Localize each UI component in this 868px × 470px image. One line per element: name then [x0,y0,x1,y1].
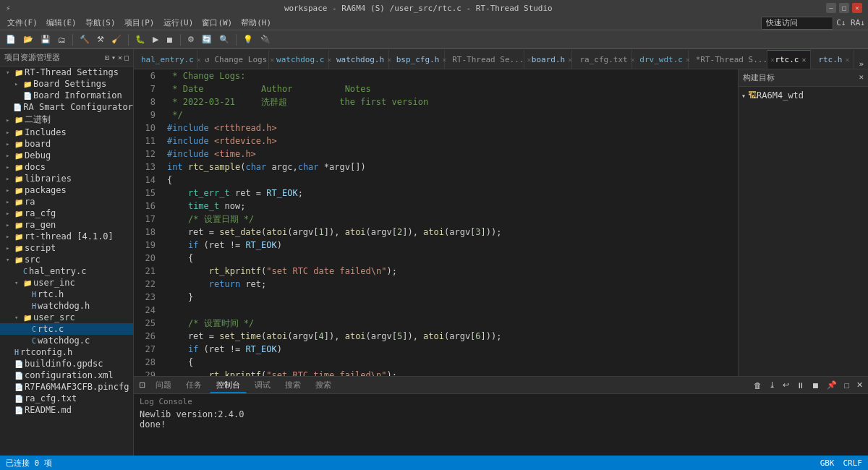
sidebar-item[interactable]: H rtc.h [0,289,133,300]
tab-close-btn[interactable]: ✕ [327,56,331,64]
menu-edit[interactable]: 编辑(E) [42,16,81,30]
sidebar-item[interactable]: ▾ 📁 user_inc [0,277,133,289]
editor-tab[interactable]: drv_wdt.c ✕ [632,50,688,69]
stop-button[interactable]: ⏹ [163,34,176,46]
sidebar-item[interactable]: ▸ 📁 ra_gen [0,219,133,231]
sidebar-item[interactable]: ▸ 📁 ra [0,196,133,208]
sidebar-item[interactable]: ▸ 📁 libraries [0,173,133,184]
sidebar-expand-btn[interactable]: □ [124,54,129,61]
minimize-button[interactable]: — [826,3,836,13]
bottom-tab-debug[interactable]: 调试 [248,377,277,393]
sidebar-item[interactable]: ▸ 📁 script [0,242,133,254]
search-button[interactable]: 🔍 [216,33,232,46]
bottom-tab-search[interactable]: 搜索 [278,377,307,393]
tab-close-btn[interactable]: ✕ [442,56,446,64]
tab-close-btn[interactable]: ✕ [270,56,274,64]
save-all-button[interactable]: 🗂 [55,34,69,46]
sidebar-close-btn[interactable]: ✕ [118,54,122,61]
bottom-tab-console[interactable]: 控制台 [210,377,247,393]
right-tree-item[interactable]: ▾ 🏗 RA6M4_wtd [741,90,865,101]
editor-tab[interactable]: bsp_cfg.h ✕ [389,50,445,69]
build-all-button[interactable]: ⚒ [94,33,107,46]
sidebar-item[interactable]: 📄 R7FA6M4AF3CFB.pincfg [0,381,133,393]
new-button[interactable]: 📄 [3,33,19,46]
sidebar-item[interactable]: 📄 Board Information [0,90,133,101]
sidebar-item[interactable]: H watchdog.h [0,300,133,312]
editor-tab[interactable]: ra_cfg.txt ✕ [572,50,632,69]
connect-button[interactable]: 🔌 [258,33,273,46]
run-button[interactable]: ▶ [150,33,161,46]
sidebar-item[interactable]: 📄 buildinfo.gpdsc [0,358,133,369]
editor-tab[interactable]: ↺ Change Logs ✕ [197,50,269,69]
sidebar-item[interactable]: H rtconfig.h [0,346,133,358]
tab-close-btn[interactable]: ✕ [527,56,531,64]
toolbar-icons-right[interactable]: C↓ RA↓ [836,18,865,27]
refresh-button[interactable]: 🔄 [199,33,215,46]
tab-close-btn[interactable]: ✕ [387,56,391,64]
menu-run[interactable]: 运行(U) [159,16,198,30]
editor-tab[interactable]: watchdog.c ✕ [269,50,329,69]
editor-tab[interactable]: RT-Thread Se... ✕ [445,50,524,69]
sidebar-item[interactable]: 📄 README.md [0,404,133,416]
save-button[interactable]: 💾 [38,33,54,46]
bottom-tab-search2[interactable]: 搜索 [309,377,338,393]
settings-button[interactable]: ⚙ [184,33,197,46]
tab-close-btn[interactable]: ✕ [568,56,572,64]
sidebar-item[interactable]: ▸ 📁 ra_cfg [0,208,133,219]
sidebar-item[interactable]: ▾ 📁 RT-Thread Settings [0,67,133,78]
bottom-scroll-btn[interactable]: ⤓ [767,380,778,390]
chip-button[interactable]: 💡 [240,33,256,46]
sidebar-item[interactable]: ▸ 📁 Board Settings [0,78,133,90]
sidebar-item[interactable]: 📄 ra_cfg.txt [0,393,133,404]
sidebar-item[interactable]: ▸ 📁 docs [0,161,133,173]
sidebar-item[interactable]: ▸ 📁 board [0,138,133,150]
sidebar-item[interactable]: ▸ 📁 rt-thread [4.1.0] [0,231,133,242]
bottom-pin-btn[interactable]: 📌 [825,380,839,390]
bottom-tab-tasks[interactable]: 任务 [179,377,208,393]
build-button[interactable]: 🔨 [77,33,93,46]
editor-tab[interactable]: board.h ✕ [524,50,573,69]
sidebar-item[interactable]: ▸ 📁 二进制 [0,113,133,127]
sidebar-item[interactable]: 📄 configuration.xml [0,369,133,381]
tab-close-btn[interactable]: ✕ [802,56,807,64]
sidebar-item[interactable]: ▾ 📁 src [0,254,133,265]
bottom-clear-btn[interactable]: 🗑 [752,380,764,390]
bottom-expand-btn[interactable]: □ [842,380,851,390]
menu-nav[interactable]: 导航(S) [81,16,120,30]
bottom-stop-btn[interactable]: ⏹ [809,380,822,390]
tab-close-btn[interactable]: ✕ [631,56,635,64]
debug-button[interactable]: 🐛 [132,33,148,46]
sidebar-collapse-btn[interactable]: ⊡ [105,54,109,61]
bottom-tab-problems[interactable]: 问题 [149,377,178,393]
editor-tab[interactable]: watchdog.h ✕ [329,50,389,69]
menu-window[interactable]: 窗口(W) [197,16,237,30]
open-button[interactable]: 📂 [20,33,36,46]
maximize-button[interactable]: □ [839,3,849,13]
code-area[interactable]: * Change Logs: * Date Author Notes * 202… [161,69,738,376]
bottom-wrap-btn[interactable]: ↩ [780,380,791,390]
tab-overflow-button[interactable]: » [854,59,868,69]
sidebar-item[interactable]: ▾ 📁 user_src [0,312,133,323]
editor-tab[interactable]: rtc.h ✕ [811,50,854,69]
sidebar-item[interactable]: C hal_entry.c [0,265,133,277]
quick-access-input[interactable] [761,17,833,30]
menu-help[interactable]: 帮助(H) [237,16,276,30]
menu-project[interactable]: 项目(P) [120,16,159,30]
editor-tab[interactable]: *RT-Thread S... ✕ [689,50,768,69]
menu-file[interactable]: 文件(F) [3,16,42,30]
tab-close-btn[interactable]: ✕ [686,56,690,64]
bottom-pause-btn[interactable]: ⏸ [794,380,807,390]
tab-close-btn[interactable]: ✕ [846,56,850,64]
sidebar-item[interactable]: ▸ 📁 packages [0,184,133,196]
sidebar-menu-btn[interactable]: ▾ [111,54,116,61]
tab-close-btn[interactable]: ✕ [197,56,201,64]
sidebar-item[interactable]: C rtc.c [0,323,133,335]
right-panel-close[interactable]: ✕ [859,72,864,82]
sidebar-item[interactable]: C watchdog.c [0,335,133,346]
tab-close-btn[interactable]: ✕ [770,56,775,64]
sidebar-item[interactable]: 📄 RA Smart Configurator [0,101,133,113]
sidebar-item[interactable]: ▸ 📁 Debug [0,150,133,161]
sidebar-item[interactable]: ▸ 📁 Includes [0,127,133,138]
bottom-minimize-btn[interactable]: ⊡ [137,380,148,390]
bottom-close-btn[interactable]: ✕ [854,380,865,390]
